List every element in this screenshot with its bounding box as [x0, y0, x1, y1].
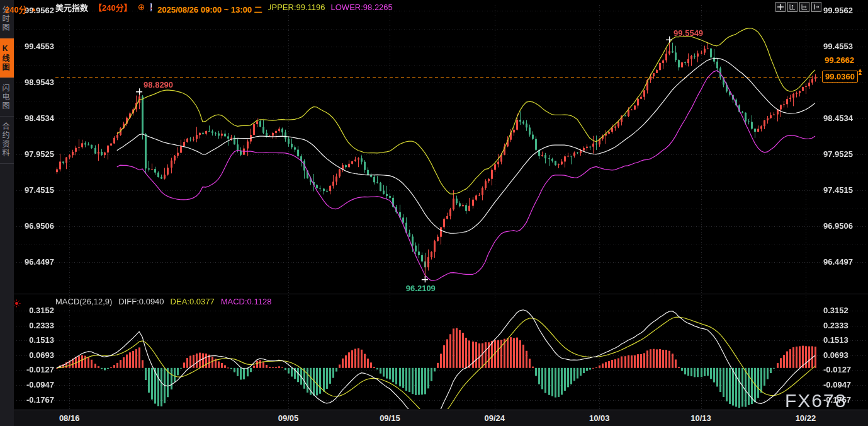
macd-header: MACD(26,12,9) DIFF:0.0940 DEA:0.0377 MAC… [55, 297, 271, 306]
date-tick-label: 09/24 [485, 413, 505, 423]
axis-tick-label: 96.4497 [823, 257, 859, 267]
axis-tick-label: 97.4515 [19, 185, 54, 195]
fit-vertical-button[interactable] [787, 2, 798, 12]
interval-dropdown-icon: ▲ [31, 6, 37, 13]
axis-tick-label: -0.1767 [19, 395, 54, 405]
extreme-price-label: 96.2109 [406, 284, 436, 293]
date-tick-label: 08/16 [59, 413, 80, 423]
date-tick-label: 09/05 [278, 413, 299, 423]
pan-crosshair-button[interactable] [775, 2, 786, 12]
axis-tick-label: -0.0947 [823, 380, 859, 390]
app-root: 分时图K线图闪电图合约资料 美元指数 【240分】 ⊕ BOLL(20,2) M… [0, 0, 868, 426]
axis-tick-label: 0.2333 [19, 321, 54, 331]
axis-tick-label: 0.3152 [19, 306, 54, 316]
axis-tick-label: 0.0693 [19, 350, 54, 360]
macd-params-label: MACD(26,12,9) [55, 297, 112, 306]
macd-dea-value: DEA:0.0377 [171, 297, 215, 306]
sidebar-tab-lightning-chart[interactable]: 闪电图 [0, 78, 14, 117]
axis-tick-label: 96.9506 [823, 221, 859, 231]
axis-tick-label: 0.2333 [823, 321, 859, 331]
axis-tick-label: 98.4534 [823, 113, 859, 124]
instrument-name: 美元指数 [55, 1, 88, 13]
sidebar-tab-kline-chart[interactable]: K线图 [0, 38, 14, 78]
interval-tag[interactable]: 【240分】 [94, 1, 132, 13]
date-tick-label: 10/13 [690, 413, 711, 423]
watermark: FX678 [785, 390, 847, 412]
axis-tick-label: 99.4553 [19, 42, 54, 52]
extreme-price-label: 98.8290 [144, 80, 173, 89]
axis-tick-label: 0.1513 [823, 335, 859, 345]
axis-tick-label: 97.9525 [19, 149, 54, 159]
date-tick-label: 09/15 [380, 413, 400, 423]
date-tick-label: 10/03 [589, 413, 610, 423]
sidebar: 分时图K线图闪电图合约资料 [0, 0, 14, 426]
step-forward-button[interactable] [811, 2, 821, 12]
boll-upper-value: UPPER:99.1196 [266, 3, 325, 12]
axis-tick-label: 99.9562 [823, 6, 859, 16]
axis-tick-label: 98.9543 [19, 78, 54, 88]
axis-tick-label: -0.0127 [19, 365, 54, 375]
sidebar-tab-contract-info[interactable]: 合约资料 [0, 117, 14, 164]
axis-tick-label: 98.4534 [19, 113, 54, 124]
date-tick-label: 10/22 [796, 413, 816, 423]
axis-tick-label: 96.9506 [19, 221, 54, 231]
boll-lower-value: LOWER:98.2265 [331, 3, 393, 12]
axis-tick-label: 99.4553 [823, 42, 859, 52]
price-up-arrow-icon: ▲▲ [857, 69, 863, 75]
axis-tick-label: 0.3152 [823, 306, 859, 316]
macd-diff-value: DIFF:0.0940 [118, 297, 164, 306]
fit-horizontal-button[interactable] [799, 2, 809, 12]
axis-tick-label: 97.4515 [823, 185, 859, 195]
add-indicator-icon[interactable]: ⊕ [138, 3, 145, 11]
extreme-price-label: 99.5549 [674, 28, 703, 38]
axis-tick-label: -0.0127 [823, 365, 859, 375]
price-marker-upper: 99.2662 [822, 55, 857, 66]
axis-tick-label: 97.9525 [823, 149, 859, 159]
selected-bar-range: 2025/08/26 09:00 ~ 13:00 二 [152, 1, 268, 17]
bottom-bar [14, 410, 868, 426]
axis-tick-label: 0.1513 [19, 335, 54, 345]
chart-canvas[interactable] [0, 0, 868, 426]
axis-tick-label: 0.0693 [823, 350, 859, 360]
price-marker-current: 99.0360 [822, 71, 858, 83]
axis-tick-label: -0.0947 [19, 380, 54, 390]
axis-tick-label: 96.4497 [19, 257, 54, 267]
interval-selector[interactable]: 240分 ▲ [5, 3, 37, 15]
macd-bar-value: MACD:0.1128 [221, 297, 272, 306]
view-toolbar [775, 2, 821, 12]
